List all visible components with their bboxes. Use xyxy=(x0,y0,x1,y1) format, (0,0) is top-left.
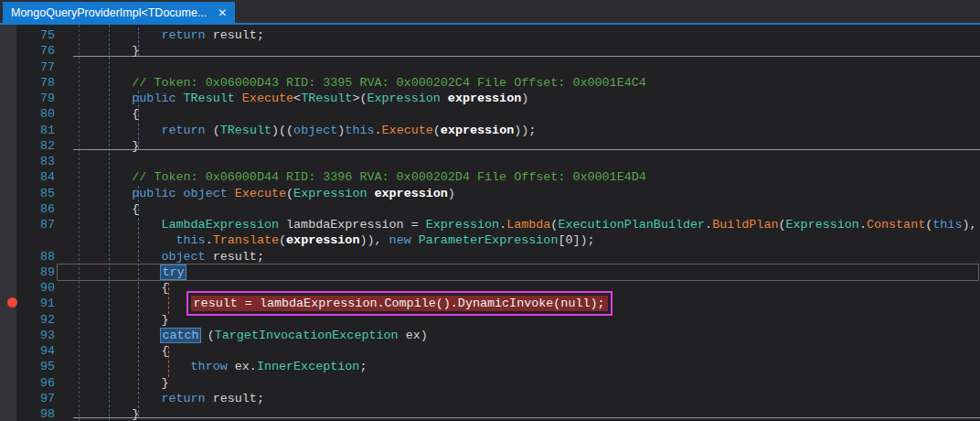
code-token: expression xyxy=(441,124,514,137)
code-token: ) xyxy=(448,187,455,200)
code-token: Expression xyxy=(786,218,859,232)
code-line-text: return (TResult)((object)this.Execute(ex… xyxy=(73,123,536,138)
line-number[interactable]: 87 xyxy=(16,217,55,232)
line-number[interactable]: 78 xyxy=(16,75,55,91)
code-line-text: } xyxy=(73,406,139,421)
code-row[interactable]: 97 return result; xyxy=(0,391,980,406)
code-token: { xyxy=(73,281,168,295)
code-row[interactable]: 98 } xyxy=(0,406,980,421)
code-row[interactable]: 79 public TResult Execute<TResult>(Expre… xyxy=(0,91,980,106)
line-number[interactable]: 76 xyxy=(16,43,55,59)
code-token: Lambda xyxy=(506,218,550,232)
line-number[interactable]: 79 xyxy=(16,91,55,106)
code-row[interactable]: 83 xyxy=(0,154,980,169)
code-token xyxy=(73,297,191,310)
code-line-text: } xyxy=(73,375,168,391)
code-row[interactable]: 88 object result; xyxy=(0,249,980,264)
line-number[interactable]: 90 xyxy=(16,280,55,296)
code-token: public xyxy=(73,92,176,105)
code-token: object xyxy=(73,250,206,264)
code-token: . xyxy=(859,218,867,232)
code-row[interactable]: 76 } xyxy=(0,43,980,59)
line-number[interactable]: 75 xyxy=(16,27,55,43)
line-number[interactable]: 80 xyxy=(16,106,55,122)
code-row[interactable]: 95 throw ex.InnerException; xyxy=(0,359,980,374)
code-token: return xyxy=(73,28,206,42)
code-row[interactable]: 91 result = lambdaExpression.Compile().D… xyxy=(0,296,980,311)
code-token: ( xyxy=(200,329,215,342)
code-token: this xyxy=(73,233,206,247)
line-number[interactable]: 82 xyxy=(16,138,55,154)
app-window: MongoQueryProviderImpl<TDocume... ✕ 75 r… xyxy=(0,0,980,421)
code-token: Expression xyxy=(367,92,440,105)
code-token: < xyxy=(293,92,301,105)
code-row[interactable]: 77 xyxy=(0,59,980,75)
code-row[interactable]: 87 LambdaExpression lambdaExpression = E… xyxy=(0,217,980,232)
code-token: ParameterExpression xyxy=(411,233,559,247)
code-token: this xyxy=(932,218,962,232)
code-row[interactable]: 85 public object Execute(Expression expr… xyxy=(0,186,980,201)
line-number[interactable]: 89 xyxy=(16,264,55,280)
code-token: } xyxy=(73,376,168,390)
code-line-text: public object Execute(Expression express… xyxy=(73,186,455,201)
tab-label: MongoQueryProviderImpl<TDocume... xyxy=(11,6,207,19)
line-number[interactable]: 85 xyxy=(16,186,55,201)
line-number[interactable]: 86 xyxy=(16,201,55,217)
code-token: )(( xyxy=(272,124,293,137)
code-line-text: this.Translate(expression)), new Paramet… xyxy=(73,232,595,248)
code-row[interactable]: 84 // Token: 0x06000D44 RID: 3396 RVA: 0… xyxy=(0,169,980,185)
code-row[interactable]: 94 { xyxy=(0,343,980,359)
code-row[interactable]: 78 // Token: 0x06000D43 RID: 3395 RVA: 0… xyxy=(0,75,980,91)
code-token: } xyxy=(73,139,139,153)
code-row[interactable]: 82 } xyxy=(0,138,980,154)
line-number[interactable]: 84 xyxy=(16,169,55,185)
code-row[interactable]: 92 } xyxy=(0,312,980,328)
line-number[interactable]: 92 xyxy=(16,312,55,328)
code-token: TResult xyxy=(220,124,272,137)
line-number[interactable]: 95 xyxy=(16,359,55,374)
line-number[interactable]: 88 xyxy=(16,249,55,264)
code-line-text: return result; xyxy=(73,391,264,406)
breakpoint-dot[interactable] xyxy=(7,297,17,308)
code-line-text: // Token: 0x06000D43 RID: 3395 RVA: 0x00… xyxy=(73,75,646,91)
code-line-text: // Token: 0x06000D44 RID: 3396 RVA: 0x00… xyxy=(73,169,646,185)
code-row[interactable]: 81 return (TResult)((object)this.Execute… xyxy=(0,123,980,138)
line-number[interactable]: 98 xyxy=(16,406,55,421)
line-number[interactable]: 97 xyxy=(16,391,55,406)
code-token: ; xyxy=(359,360,367,373)
code-token: new xyxy=(389,233,411,247)
code-line-text: } xyxy=(73,43,139,59)
line-number[interactable]: 93 xyxy=(16,328,55,343)
line-number[interactable]: 91 xyxy=(16,296,55,311)
code-line-text: { xyxy=(73,106,139,122)
code-token: throw xyxy=(73,360,228,373)
code-token: result; xyxy=(206,250,264,264)
code-row[interactable]: 89 try xyxy=(0,264,980,280)
line-number[interactable]: 83 xyxy=(16,154,55,169)
code-token: . xyxy=(705,218,712,232)
code-row[interactable]: 96 } xyxy=(0,375,980,391)
code-row[interactable]: 75 return result; xyxy=(0,27,980,43)
code-token: } xyxy=(73,313,168,327)
close-icon[interactable]: ✕ xyxy=(218,7,227,18)
code-editor[interactable]: 75 return result;76 }7778 // Token: 0x06… xyxy=(0,25,980,421)
line-number[interactable]: 94 xyxy=(16,343,55,359)
code-row[interactable]: this.Translate(expression)), new Paramet… xyxy=(0,232,980,248)
code-token: Execute xyxy=(228,187,286,200)
code-token xyxy=(73,329,161,342)
line-number[interactable]: 77 xyxy=(16,59,55,75)
code-token: )); xyxy=(514,124,536,137)
tab-mongoqueryproviderimpl[interactable]: MongoQueryProviderImpl<TDocume... ✕ xyxy=(3,2,235,23)
code-token: TResult xyxy=(176,92,235,105)
code-token: . xyxy=(499,218,506,232)
code-row[interactable]: 93 catch (TargetInvocationException ex) xyxy=(0,328,980,343)
code-row[interactable]: 80 { xyxy=(0,106,980,122)
code-row[interactable]: 86 { xyxy=(0,201,980,217)
code-token: . xyxy=(206,233,213,247)
code-row[interactable]: 90 { xyxy=(0,280,980,296)
code-line-text: { xyxy=(73,280,168,296)
line-number[interactable]: 96 xyxy=(16,375,55,391)
code-line-text: } xyxy=(73,138,139,154)
line-number[interactable]: 81 xyxy=(16,123,55,138)
code-rows: 75 return result;76 }7778 // Token: 0x06… xyxy=(0,27,980,421)
